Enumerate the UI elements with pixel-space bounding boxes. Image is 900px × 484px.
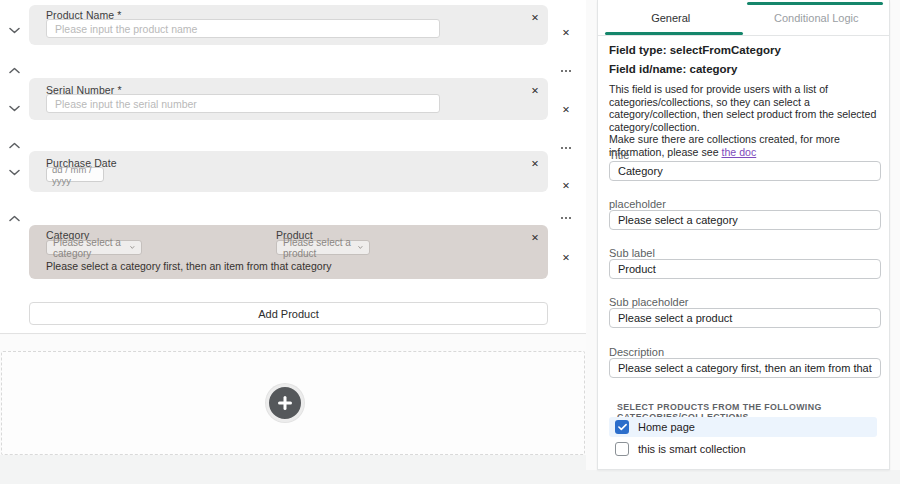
bottom-strip-right <box>586 470 900 484</box>
field-type-line: Field type: selectFromCategory <box>609 44 781 56</box>
help-text-line1: This field is used for provide users wit… <box>609 83 876 133</box>
date-placeholder: dd / mm / yyyy <box>52 164 98 186</box>
ellipsis-menu-icon[interactable] <box>558 142 574 154</box>
product-name-input[interactable] <box>46 19 440 38</box>
caret-down-icon <box>358 245 363 250</box>
field-help-text: This field is used for provide users wit… <box>609 83 883 159</box>
close-icon[interactable]: ✕ <box>528 10 542 24</box>
delete-field-icon[interactable]: ✕ <box>559 250 573 264</box>
close-icon[interactable]: ✕ <box>528 156 542 170</box>
field-settings-panel: General Conditional Logic Field type: se… <box>597 0 890 470</box>
collection-row-home-page[interactable]: Home page <box>609 417 877 437</box>
check-icon <box>618 423 627 431</box>
tab-general[interactable]: General <box>598 0 744 35</box>
collection-row-smart-collection[interactable]: this is smart collection <box>609 439 877 459</box>
collection-label: this is smart collection <box>638 443 746 455</box>
sub-label-label: Sub label <box>609 247 655 259</box>
add-field-button[interactable] <box>266 384 304 422</box>
placeholder-input[interactable] <box>609 210 881 230</box>
add-product-button[interactable]: Add Product <box>29 302 548 325</box>
close-icon[interactable]: ✕ <box>528 230 542 244</box>
settings-tabbar: General Conditional Logic <box>598 0 889 36</box>
move-down-icon[interactable] <box>6 166 22 178</box>
checkbox-checked[interactable] <box>615 420 629 434</box>
bottom-strip-left <box>0 455 586 484</box>
date-input[interactable]: dd / mm / yyyy <box>46 167 104 182</box>
move-down-icon[interactable] <box>6 102 22 114</box>
category-select-placeholder: Please select a category <box>53 237 125 259</box>
ellipsis-menu-icon[interactable] <box>558 65 574 77</box>
title-input[interactable] <box>609 161 881 181</box>
field-block-purchase-date: Purchase Date dd / mm / yyyy ✕ <box>29 151 548 192</box>
checkbox-unchecked[interactable] <box>615 442 629 456</box>
move-down-icon[interactable] <box>6 24 22 36</box>
form-builder-page: Product Name * ✕ ✕ Serial Number * ✕ ✕ P… <box>0 0 900 484</box>
description-label: Description <box>609 346 664 358</box>
category-select[interactable]: Please select a category <box>46 240 142 255</box>
description-input[interactable] <box>609 358 881 378</box>
product-select[interactable]: Please select a product <box>276 240 370 255</box>
field-block-serial-number: Serial Number * ✕ <box>29 78 548 120</box>
close-icon[interactable]: ✕ <box>528 83 542 97</box>
caret-down-icon <box>130 245 135 250</box>
delete-field-icon[interactable]: ✕ <box>559 102 573 116</box>
delete-field-icon[interactable]: ✕ <box>559 178 573 192</box>
sub-placeholder-input[interactable] <box>609 308 881 328</box>
active-tab-underline <box>605 32 743 35</box>
tab-conditional-logic[interactable]: Conditional Logic <box>744 0 890 35</box>
move-up-icon[interactable] <box>6 64 22 76</box>
move-up-icon[interactable] <box>6 212 22 224</box>
tab-conditional-logic-label: Conditional Logic <box>774 12 858 24</box>
product-select-placeholder: Please select a product <box>283 237 353 259</box>
placeholder-label: placeholder <box>609 198 666 210</box>
field-description: Please select a category first, then an … <box>46 260 331 272</box>
sub-label-input[interactable] <box>609 259 881 279</box>
plus-icon <box>277 395 293 411</box>
delete-field-icon[interactable]: ✕ <box>559 25 573 39</box>
serial-number-input[interactable] <box>46 94 440 113</box>
doc-link[interactable]: the doc <box>721 146 756 158</box>
sub-placeholder-label: Sub placeholder <box>609 296 689 308</box>
add-product-label: Add Product <box>258 308 319 320</box>
tab-general-label: General <box>651 12 690 24</box>
title-label: Title <box>609 149 629 161</box>
move-up-icon[interactable] <box>6 139 22 151</box>
field-block-product-name: Product Name * ✕ <box>29 5 548 45</box>
field-block-category[interactable]: Category Please select a category Produc… <box>29 225 548 279</box>
collection-label: Home page <box>638 421 695 433</box>
field-id-line: Field id/name: category <box>609 63 737 75</box>
ellipsis-menu-icon[interactable] <box>558 212 574 224</box>
